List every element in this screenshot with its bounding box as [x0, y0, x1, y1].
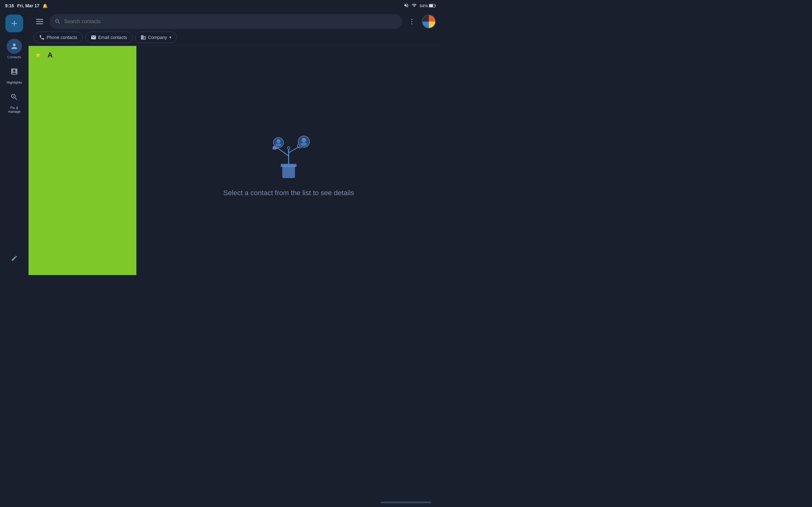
svg-line-6 — [277, 148, 289, 156]
add-contact-button[interactable] — [5, 14, 23, 32]
sidebar-item-contacts[interactable]: Contacts — [2, 37, 27, 61]
email-contacts-label: Email contacts — [98, 35, 127, 40]
time: 9:16 — [5, 3, 14, 8]
svg-rect-2 — [429, 4, 433, 7]
highlights-icon-bg — [7, 64, 22, 79]
phone-icon — [39, 35, 45, 40]
search-bar[interactable] — [49, 14, 402, 29]
tab-email-contacts[interactable]: Email contacts — [85, 32, 133, 43]
company-chevron-icon: ▾ — [169, 35, 171, 40]
status-right: 64% — [404, 3, 436, 9]
svg-point-12 — [301, 142, 307, 146]
tab-company[interactable]: Company ▾ — [135, 32, 177, 43]
fix-icon-bg — [7, 89, 22, 105]
alphabet-letter-a: A — [48, 51, 53, 59]
svg-point-14 — [276, 139, 281, 143]
sidebar-item-highlights[interactable]: Highlights — [2, 62, 27, 86]
detail-message: Select a contact from the list to see de… — [223, 189, 354, 197]
filter-tabs: Phone contacts Email contacts Company ▾ — [29, 32, 441, 46]
mute-icon — [404, 3, 409, 9]
edit-icon[interactable] — [8, 252, 20, 266]
svg-point-15 — [275, 143, 281, 147]
notification-icon: 🔔 — [43, 3, 48, 8]
sidebar-item-fix[interactable]: Fix & manage — [2, 88, 27, 115]
battery: 64% — [420, 3, 436, 8]
svg-point-11 — [302, 138, 306, 142]
status-left: 9:16 Fri, Mar 17 🔔 — [5, 3, 48, 8]
search-icon — [55, 18, 61, 25]
list-header: ★ A — [29, 46, 136, 62]
contacts-list-panel[interactable]: ★ A — [29, 46, 136, 275]
content-area: ★ A — [29, 46, 441, 275]
more-options-button[interactable]: ⋮ — [406, 15, 418, 28]
avatar[interactable] — [422, 14, 436, 29]
svg-point-16 — [287, 147, 290, 149]
tab-phone-contacts[interactable]: Phone contacts — [34, 32, 83, 43]
svg-rect-3 — [282, 165, 295, 178]
app-container: Contacts Highlights Fix & manage — [0, 11, 441, 275]
detail-panel: Select a contact from the list to see de… — [136, 46, 441, 275]
sidebar: Contacts Highlights Fix & manage — [0, 11, 29, 275]
hamburger-menu[interactable] — [34, 16, 46, 26]
top-area: ⋮ Phone contacts Email contacts Company … — [29, 11, 441, 275]
sidebar-item-contacts-label: Contacts — [7, 55, 21, 59]
contacts-illustration — [257, 124, 320, 181]
svg-rect-4 — [281, 164, 297, 167]
sidebar-bottom — [8, 252, 20, 266]
status-bar: 9:16 Fri, Mar 17 🔔 64% — [0, 0, 441, 11]
signal-icon — [411, 3, 417, 9]
sidebar-item-fix-label: Fix & manage — [4, 106, 24, 113]
date: Fri, Mar 17 — [17, 3, 39, 8]
phone-contacts-label: Phone contacts — [47, 35, 78, 40]
search-input[interactable] — [64, 19, 397, 24]
contacts-icon-bg — [7, 39, 22, 54]
svg-rect-1 — [435, 5, 436, 6]
company-icon — [141, 35, 146, 40]
email-icon — [91, 35, 96, 40]
sidebar-item-highlights-label: Highlights — [7, 80, 22, 84]
company-label: Company — [148, 35, 167, 40]
favorites-star-icon: ★ — [35, 51, 41, 59]
header: ⋮ — [29, 11, 441, 32]
